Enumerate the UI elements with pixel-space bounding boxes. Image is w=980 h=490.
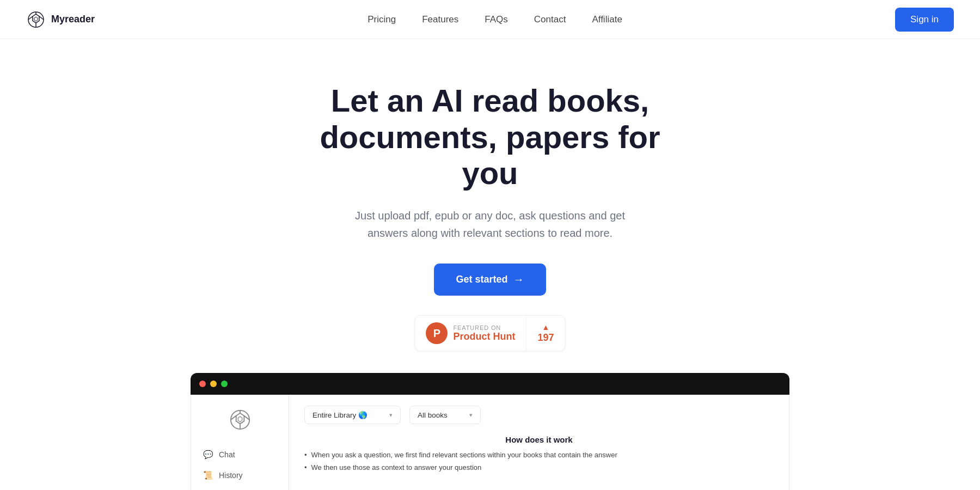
hero-subtitle: Just upload pdf, epub or any doc, ask qu… (338, 207, 642, 242)
nav-contact[interactable]: Contact (534, 14, 566, 24)
app-bullet-1: When you ask a question, we first find r… (304, 451, 774, 459)
library-select-value: Entire Library 🌎 (313, 411, 367, 419)
library-chevron-icon: ▾ (389, 412, 393, 419)
get-started-button[interactable]: Get started → (434, 264, 546, 296)
logo-area[interactable]: Myreader (26, 10, 95, 29)
brand-name: Myreader (51, 14, 95, 25)
app-content-bullets: When you ask a question, we first find r… (304, 451, 774, 471)
signin-button[interactable]: Sign in (895, 8, 954, 32)
app-bullet-2: We then use those as context to answer y… (304, 463, 774, 471)
get-started-label: Get started (456, 274, 507, 285)
app-preview-wrapper: 💬 Chat 📜 History ⬆ Upload 📚 Library (191, 373, 789, 490)
app-sidebar: 💬 Chat 📜 History ⬆ Upload 📚 Library (191, 395, 289, 490)
hero-title: Let an AI read books, documents, papers … (305, 83, 675, 192)
books-select[interactable]: All books ▾ (409, 406, 481, 424)
ph-logo-circle: P (426, 322, 448, 344)
sidebar-label-chat: Chat (219, 450, 235, 459)
window-minimize-dot (210, 381, 217, 387)
app-main: Entire Library 🌎 ▾ All books ▾ How does … (289, 395, 789, 490)
sidebar-item-upload[interactable]: ⬆ Upload (195, 486, 284, 490)
arrow-icon: → (513, 273, 524, 286)
nav-faqs[interactable]: FAQs (485, 14, 508, 24)
ph-name: Product Hunt (453, 331, 515, 342)
app-preview: 💬 Chat 📜 History ⬆ Upload 📚 Library (191, 395, 789, 490)
app-preview-bar (191, 373, 789, 395)
sidebar-nav-items: 💬 Chat 📜 History ⬆ Upload 📚 Library (191, 445, 289, 490)
sidebar-logo (191, 408, 289, 432)
navbar: Myreader Pricing Features FAQs Contact A… (0, 0, 980, 39)
nav-affiliate[interactable]: Affiliate (592, 14, 622, 24)
window-maximize-dot (221, 381, 228, 387)
ph-featured-label: FEATURED ON (453, 324, 501, 331)
hero-section: Let an AI read books, documents, papers … (0, 39, 980, 490)
history-icon: 📜 (203, 470, 213, 480)
nav-pricing[interactable]: Pricing (367, 14, 396, 24)
sidebar-label-history: History (219, 471, 243, 480)
books-select-value: All books (418, 411, 448, 419)
app-content-title: How does it work (304, 435, 774, 444)
sidebar-item-history[interactable]: 📜 History (195, 465, 284, 485)
ph-text-area: FEATURED ON Product Hunt (453, 324, 515, 342)
library-select[interactable]: Entire Library 🌎 ▾ (304, 406, 401, 424)
ph-arrow-icon: ▲ (542, 323, 550, 331)
window-close-dot (199, 381, 206, 387)
nav-links: Pricing Features FAQs Contact Affiliate (367, 14, 622, 25)
books-chevron-icon: ▾ (469, 412, 473, 419)
logo-icon (26, 10, 46, 29)
ph-vote-count: 197 (537, 332, 554, 344)
product-hunt-badge[interactable]: P FEATURED ON Product Hunt ▲ 197 (414, 315, 565, 351)
chat-icon: 💬 (203, 450, 213, 460)
ph-votes-area: ▲ 197 (526, 318, 565, 349)
app-toolbar: Entire Library 🌎 ▾ All books ▾ (304, 406, 774, 424)
nav-features[interactable]: Features (422, 14, 458, 24)
ph-logo-area: P FEATURED ON Product Hunt (415, 316, 526, 351)
sidebar-item-chat[interactable]: 💬 Chat (195, 445, 284, 464)
